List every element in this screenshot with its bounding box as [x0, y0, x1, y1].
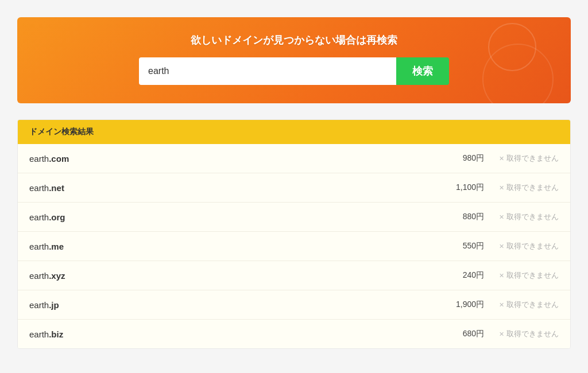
- domain-name: earth.jp: [29, 300, 438, 310]
- domain-price: 550円: [438, 241, 484, 251]
- domain-price: 680円: [438, 329, 484, 339]
- domain-name: earth.com: [29, 154, 438, 164]
- search-row: 検索: [139, 57, 449, 85]
- domain-name: earth.net: [29, 183, 438, 193]
- unavailable-icon: ✕: [499, 301, 504, 309]
- search-button[interactable]: 検索: [396, 57, 449, 85]
- domain-tld: .me: [49, 242, 64, 251]
- domain-tld: .jp: [49, 300, 59, 310]
- domain-price: 240円: [438, 270, 484, 281]
- table-row: earth.net 1,100円 ✕ 取得できません: [18, 173, 570, 203]
- table-row: earth.jp 1,900円 ✕ 取得できません: [18, 290, 570, 320]
- domain-status: ✕ 取得できません: [496, 329, 559, 339]
- search-input[interactable]: [139, 57, 396, 85]
- table-row: earth.xyz 240円 ✕ 取得できません: [18, 261, 570, 290]
- domain-price: 980円: [438, 153, 484, 164]
- domain-status: ✕ 取得できません: [496, 300, 559, 310]
- search-banner: 欲しいドメインが見つからない場合は再検索 検索: [17, 17, 571, 103]
- domain-status: ✕ 取得できません: [496, 182, 559, 193]
- table-row: earth.com 980円 ✕ 取得できません: [18, 144, 570, 173]
- table-row: earth.org 880円 ✕ 取得できません: [18, 203, 570, 232]
- domain-price: 880円: [438, 212, 484, 222]
- unavailable-icon: ✕: [499, 213, 504, 221]
- table-row: earth.me 550円 ✕ 取得できません: [18, 232, 570, 261]
- domain-status: ✕ 取得できません: [496, 153, 559, 164]
- table-row: earth.biz 680円 ✕ 取得できません: [18, 320, 570, 348]
- domain-tld: .net: [49, 183, 64, 193]
- domain-name: earth.biz: [29, 329, 438, 339]
- unavailable-icon: ✕: [499, 155, 504, 162]
- domain-name: earth.xyz: [29, 271, 438, 281]
- domain-name: earth.org: [29, 212, 438, 222]
- unavailable-icon: ✕: [499, 272, 504, 279]
- domain-tld: .org: [49, 212, 65, 222]
- domain-price: 1,100円: [438, 182, 484, 193]
- domain-tld: .biz: [49, 329, 63, 339]
- unavailable-icon: ✕: [499, 243, 504, 250]
- results-section: ドメイン検索結果 earth.com 980円 ✕ 取得できません earth.…: [17, 119, 571, 349]
- domain-status: ✕ 取得できません: [496, 212, 559, 222]
- domain-tld: .com: [49, 154, 69, 164]
- results-header: ドメイン検索結果: [18, 120, 570, 144]
- domain-price: 1,900円: [438, 300, 484, 310]
- domain-status: ✕ 取得できません: [496, 270, 559, 281]
- unavailable-icon: ✕: [499, 184, 504, 192]
- domain-status: ✕ 取得できません: [496, 241, 559, 251]
- unavailable-icon: ✕: [499, 331, 504, 338]
- banner-title: 欲しいドメインが見つからない場合は再検索: [40, 33, 548, 47]
- domain-name: earth.me: [29, 242, 438, 251]
- domain-tld: .xyz: [49, 271, 65, 281]
